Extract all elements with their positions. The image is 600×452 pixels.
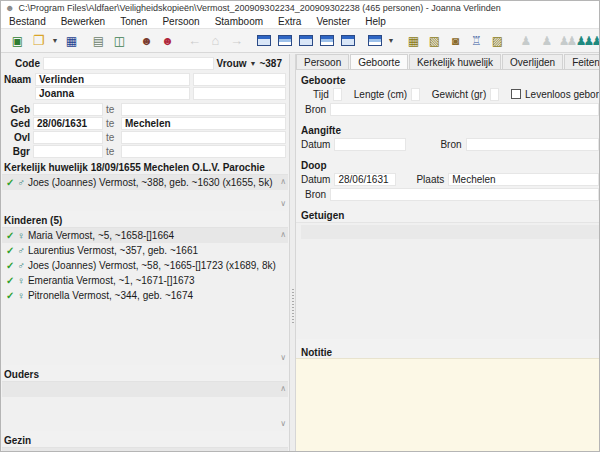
layout-2-icon[interactable] bbox=[275, 32, 294, 50]
code-input[interactable] bbox=[43, 57, 214, 70]
menu-persoon[interactable]: Persoon bbox=[162, 16, 199, 27]
ovl-date-input[interactable] bbox=[33, 131, 103, 144]
family-header: Gezin bbox=[4, 435, 286, 446]
tab-kerkelijk-huwelijk[interactable]: Kerkelijk huwelijk bbox=[409, 54, 501, 69]
ovl-place-input[interactable] bbox=[121, 131, 286, 144]
child-text: Pitronella Vermost, ~344, geb. ~1674 bbox=[28, 290, 193, 301]
new-person-icon[interactable]: ▣ bbox=[8, 32, 27, 50]
child-text: Emerantia Vermost, ~1, ~1671-[]1673 bbox=[28, 275, 195, 286]
doop-plaats-input[interactable]: Mechelen bbox=[448, 173, 599, 186]
layout-1-icon[interactable] bbox=[254, 32, 273, 50]
doop-bron-input[interactable] bbox=[330, 188, 599, 201]
child-row[interactable]: ✓ ♀ Emerantia Vermost, ~1, ~1671-[]1673 bbox=[2, 273, 288, 288]
panel-splitter[interactable] bbox=[289, 54, 296, 451]
scroll-down-icon[interactable]: ∨ bbox=[280, 200, 286, 208]
descendant-chart-icon[interactable]: ▧ bbox=[425, 32, 444, 50]
aangifte-bron-label: Bron bbox=[440, 139, 461, 150]
report-window-icon[interactable]: ◫ bbox=[110, 32, 129, 50]
tab-geboorte[interactable]: Geboorte bbox=[350, 54, 408, 70]
menu-venster[interactable]: Venster bbox=[316, 16, 350, 27]
window-dropdown-icon[interactable] bbox=[365, 32, 384, 50]
gender-select[interactable]: Vrouw bbox=[217, 58, 247, 69]
surname-extra-input[interactable] bbox=[193, 73, 286, 86]
layout-3-icon[interactable] bbox=[296, 32, 315, 50]
layout-4-icon[interactable] bbox=[317, 32, 336, 50]
bgr-place-input[interactable] bbox=[121, 145, 286, 158]
given-name-input[interactable]: Joanna bbox=[35, 87, 190, 100]
gewicht-input[interactable] bbox=[490, 88, 499, 101]
female-gender-icon: ♀ bbox=[17, 275, 25, 286]
toolbar: ▣ ❐ ▼ ▦ ▤ ◫ ☻ ☻ ← ⌂ → bbox=[1, 29, 599, 53]
tijd-input[interactable] bbox=[333, 88, 342, 101]
ged-place-input[interactable]: Mechelen bbox=[121, 117, 286, 130]
female-person-icon[interactable]: ☻ bbox=[158, 32, 177, 50]
portrait-icon[interactable]: ◙ bbox=[446, 32, 465, 50]
geb-date-input[interactable] bbox=[33, 103, 103, 116]
spouse-text: Joes (Joannes) Vermost, ~388, geb. ~1630… bbox=[28, 177, 273, 188]
geboorte-bron-input[interactable] bbox=[330, 103, 599, 116]
home-icon[interactable]: ⌂ bbox=[206, 32, 225, 50]
scroll-up-icon[interactable]: ∧ bbox=[280, 231, 286, 239]
menu-bestand[interactable]: Bestand bbox=[9, 16, 46, 27]
lengte-input[interactable] bbox=[411, 88, 420, 101]
forward-icon[interactable]: → bbox=[227, 32, 246, 50]
layout-5-icon[interactable] bbox=[338, 32, 357, 50]
scroll-down-icon[interactable]: ∨ bbox=[280, 354, 286, 362]
open-dropdown-icon[interactable]: ▼ bbox=[50, 32, 60, 50]
check-icon: ✓ bbox=[6, 177, 14, 188]
child-row[interactable]: ✓ ♂ Joes (Joannes) Vermost, ~58, ~1665-[… bbox=[2, 258, 288, 273]
menu-help[interactable]: Help bbox=[365, 16, 386, 27]
card-index-icon[interactable]: ▤ bbox=[89, 32, 108, 50]
levenloos-checkbox[interactable] bbox=[511, 89, 521, 99]
save-icon[interactable]: ▦ bbox=[62, 32, 81, 50]
menu-stamboom[interactable]: Stamboom bbox=[215, 16, 263, 27]
gender-dropdown-icon[interactable]: ▼ bbox=[250, 60, 257, 67]
aangifte-bron-input[interactable] bbox=[466, 138, 599, 151]
back-icon[interactable]: ← bbox=[185, 32, 204, 50]
tab-overlijden[interactable]: Overlijden bbox=[502, 54, 563, 69]
pedigree-chart-icon[interactable]: ▦ bbox=[404, 32, 423, 50]
scroll-down-icon[interactable]: ∨ bbox=[280, 420, 286, 428]
scroll-up-icon[interactable]: ∧ bbox=[280, 178, 286, 186]
getuigen-list[interactable] bbox=[296, 222, 599, 339]
menu-tonen[interactable]: Tonen bbox=[120, 16, 147, 27]
spouse-row[interactable]: ✓ ♂ Joes (Joannes) Vermost, ~388, geb. ~… bbox=[2, 175, 288, 190]
menu-extra[interactable]: Extra bbox=[278, 16, 301, 27]
scroll-up-icon[interactable]: ∧ bbox=[280, 385, 286, 393]
menu-bar: Bestand Bewerken Tonen Persoon Stamboom … bbox=[1, 15, 599, 29]
person-single-alt-icon[interactable]: ♟ bbox=[536, 32, 555, 50]
app-window: ☻ C:\Program Files\Aldfaer\Veiligheidsko… bbox=[0, 0, 600, 452]
person-single-icon[interactable]: ♟ bbox=[515, 32, 534, 50]
doop-datum-label: Datum bbox=[301, 174, 330, 185]
detail-panel: Persoon Geboorte Kerkelijk huwelijk Over… bbox=[296, 54, 599, 451]
given-name-extra-input[interactable] bbox=[193, 87, 286, 100]
male-gender-icon: ♂ bbox=[17, 260, 25, 271]
check-icon: ✓ bbox=[6, 260, 14, 271]
child-row[interactable]: ✓ ♂ Laurentius Vermost, ~357, geb. ~1661 bbox=[2, 243, 288, 258]
check-icon: ✓ bbox=[6, 230, 14, 241]
window-dropdown-arrow-icon[interactable]: ▼ bbox=[386, 32, 396, 50]
ovl-label: Ovl bbox=[4, 132, 30, 143]
doop-bron-label: Bron bbox=[305, 189, 326, 200]
male-person-icon[interactable]: ☻ bbox=[137, 32, 156, 50]
bgr-date-input[interactable] bbox=[33, 145, 103, 158]
tab-persoon[interactable]: Persoon bbox=[296, 54, 349, 69]
title-bar: ☻ C:\Program Files\Aldfaer\Veiligheidsko… bbox=[1, 1, 599, 15]
chart-edit-icon[interactable]: ▨ bbox=[488, 32, 507, 50]
org-chart-icon[interactable]: ♖ bbox=[467, 32, 486, 50]
notitie-textarea[interactable] bbox=[296, 358, 599, 451]
children-header: Kinderen (5) bbox=[4, 215, 286, 226]
child-row[interactable]: ✓ ♀ Pitronella Vermost, ~344, geb. ~1674 bbox=[2, 288, 288, 303]
child-row[interactable]: ✓ ♀ Maria Vermost, ~5, ~1658-[]1664 bbox=[2, 228, 288, 243]
geb-place-input[interactable] bbox=[121, 103, 286, 116]
person-group-icon[interactable]: ♟♟♟ bbox=[578, 32, 597, 50]
person-pair-icon[interactable]: ♟♟ bbox=[557, 32, 576, 50]
aangifte-datum-input[interactable] bbox=[334, 138, 406, 151]
open-file-icon[interactable]: ❐ bbox=[29, 32, 48, 50]
doop-datum-input[interactable]: 28/06/1631 bbox=[334, 173, 396, 186]
ged-te-label: te bbox=[106, 118, 118, 129]
ged-date-input[interactable]: 28/06/1631 bbox=[33, 117, 103, 130]
menu-bewerken[interactable]: Bewerken bbox=[61, 16, 105, 27]
tab-feiten[interactable]: Feiten bbox=[564, 54, 599, 69]
surname-input[interactable]: Verlinden bbox=[35, 73, 190, 86]
